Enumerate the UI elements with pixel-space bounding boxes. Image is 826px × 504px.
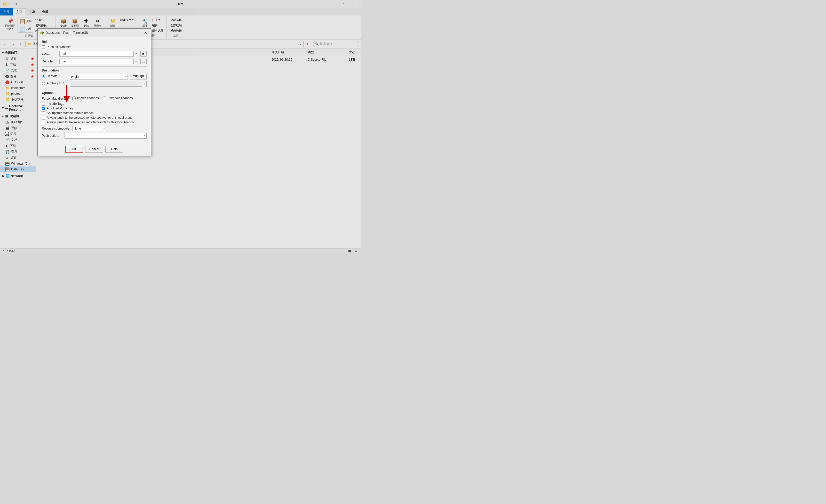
tab-view[interactable]: 查看 [39,8,52,15]
network-header[interactable]: ▶ 🌐 Network [0,173,36,179]
move-to-button[interactable]: 📦 移动到 [58,17,69,28]
url-dropdown-arrow[interactable]: ▾ [142,81,146,87]
tortoisegit-push-dialog: 🐢 D:\test\test - Push - TortoiseGit ✕ Re… [38,28,151,156]
file-size: 1 KB [339,58,359,61]
pin-label: 固定到快速访问 [5,24,15,30]
sidebar-item-3d[interactable]: 🎲 3D 对象 [0,119,36,125]
forward-button[interactable]: → [10,41,16,47]
back-button[interactable]: ← [2,41,8,47]
remote-radio[interactable] [42,75,45,78]
copy-path-button[interactable]: 复制路径 [34,23,53,28]
always-push-archive-checkbox[interactable] [42,116,45,120]
edit-button[interactable]: 编辑 [151,23,164,28]
select-all-button[interactable]: 全部选择 [169,17,183,22]
always-push-branch-label: Always push to the selected remote branc… [47,121,134,124]
col-date[interactable]: 修改日期 [272,50,308,54]
url-input[interactable]: ▾ [70,81,146,87]
remote-select[interactable]: main ▾ [59,59,138,64]
move-icon: 📦 [60,18,67,24]
sidebar-item-download-software[interactable]: 📁 下载软件 [0,97,36,103]
copy-button[interactable]: 📋 复制 [18,18,33,25]
recurse-value: None [73,127,104,130]
push-option-select[interactable]: ▾ [64,133,146,139]
help-button[interactable]: Help [105,146,123,152]
autoload-putty-checkbox[interactable] [42,107,45,110]
sidebar-item-photos-label: photos [11,92,20,96]
local-dropdown-arrow[interactable]: ▾ [133,51,138,57]
arbitrary-url-radio[interactable] [42,82,45,85]
sidebar-item-pictures[interactable]: 🖼 图片 📌 [0,73,36,79]
title-bar-icons: 📁 ▾ – ↺ [2,2,17,6]
ok-button[interactable]: OK [65,146,83,152]
sidebar-item-ccode-label: C_CODE [11,80,24,84]
col-size[interactable]: 大小 [339,50,359,54]
tab-home[interactable]: 主页 [13,8,26,15]
onedrive-chevron: ▾ [2,106,4,110]
refresh-button[interactable]: ↻ [305,41,311,47]
new-item-button[interactable]: 新建项目 ▾ [119,17,135,22]
properties-button[interactable]: 🔧 属性 [140,17,150,28]
tab-file[interactable]: 文件 [0,8,13,15]
sidebar-item-pc-docs[interactable]: 📄 文档 [0,137,36,143]
minimize-button[interactable]: — [326,0,338,8]
sidebar-item-desktop[interactable]: 🖥 桌面 📌 [0,56,36,62]
pin-quick-access-button[interactable]: 📌 固定到快速访问 [4,17,16,31]
rename-button[interactable]: ✏ 重命名 [93,17,103,28]
pc-docs-icon: 📄 [5,138,9,142]
tab-share[interactable]: 共享 [26,8,39,15]
include-tags-checkbox[interactable] [42,102,45,106]
sidebar-item-photos[interactable]: 📁 photos [0,91,36,97]
origin-select[interactable]: origin ▾ [70,74,128,79]
sidebar-item-pc-pictures[interactable]: 🖼 图片 [0,131,36,137]
set-upstream-checkbox[interactable] [42,112,45,115]
modal-close-button[interactable]: ✕ [142,30,149,36]
sidebar-item-windows-c[interactable]: 💾 Windows (C:) [0,161,36,167]
cut-button[interactable]: ✂ 剪切 [34,17,53,22]
grid-view-button[interactable]: ⊞ [353,249,358,252]
delete-button[interactable]: 🗑 删除 [81,17,92,28]
sidebar-item-downloads[interactable]: ⬇ 下载 📌 [0,62,36,68]
maximize-button[interactable]: □ [338,0,350,8]
local-select[interactable]: main ▾ [59,51,138,57]
always-push-branch-checkbox[interactable] [42,121,45,124]
local-action-button[interactable]: ▶ [140,51,146,57]
sidebar-item-music[interactable]: 🎵 音乐 [0,149,36,155]
sidebar-item-pc-downloads[interactable]: ⬇ 下载 [0,143,36,149]
remote-destination-row: Remote: origin ▾ Manage [42,74,146,79]
this-pc-header[interactable]: ▾ 💻 此电脑 [0,113,36,119]
up-button[interactable]: ↑ [17,41,24,47]
deselect-all-button[interactable]: 全部取消 [169,23,183,28]
item-count: 1 个项目 [3,249,15,252]
open-small-group: 打开 ▾ 编辑 历史记录 [151,17,164,33]
close-button[interactable]: ✕ [350,0,361,8]
quick-access-header[interactable]: ▾ 快速访问 [0,50,36,56]
sidebar-item-documents-label: 文档 [11,68,17,73]
onedrive-header[interactable]: ▾ ☁ OneDrive - Persona [0,104,36,112]
sidebar-item-video[interactable]: 🎬 视频 [0,125,36,131]
paste-button[interactable]: 📄 粘贴 [18,25,33,32]
sidebar-item-ccode[interactable]: 🔴 C_CODE [0,79,36,85]
sidebar-item-pc-desktop[interactable]: 🖥 桌面 [0,155,36,161]
section-divider-2 [42,89,146,89]
push-all-branches-checkbox[interactable] [42,46,45,49]
remote-action-button[interactable]: … [140,59,146,64]
unknown-changes-checkbox[interactable] [103,97,106,100]
copy-to-button[interactable]: 📦 复制到 [70,17,80,28]
recurse-select[interactable]: None ▾ [72,126,106,131]
open-button[interactable]: 打开 ▾ [151,17,164,22]
sidebar-item-data-d[interactable]: 💾 Data (D:) [0,167,36,172]
always-push-archive-label: Always push to the selected remote archi… [47,116,134,120]
invert-selection-button[interactable]: 反向选择 [169,28,183,33]
cancel-button[interactable]: Cancel [85,146,103,152]
pc-pictures-icon: 🖼 [5,132,9,136]
remote-dropdown-arrow[interactable]: ▾ [133,59,138,64]
sidebar-item-documents[interactable]: 📄 文档 📌 [0,68,36,73]
sidebar-item-codestore[interactable]: 📁 code store [0,85,36,91]
manage-button[interactable]: Manage [130,74,146,79]
onedrive-label: OneDrive - Persona [9,104,34,112]
col-type[interactable]: 类型 [308,50,339,54]
list-view-button[interactable]: ☰ [347,249,352,252]
known-changes-checkbox[interactable] [72,97,76,100]
history-button[interactable]: 历史记录 [151,28,164,33]
search-box[interactable]: 🔍 搜索"test" [313,41,359,47]
